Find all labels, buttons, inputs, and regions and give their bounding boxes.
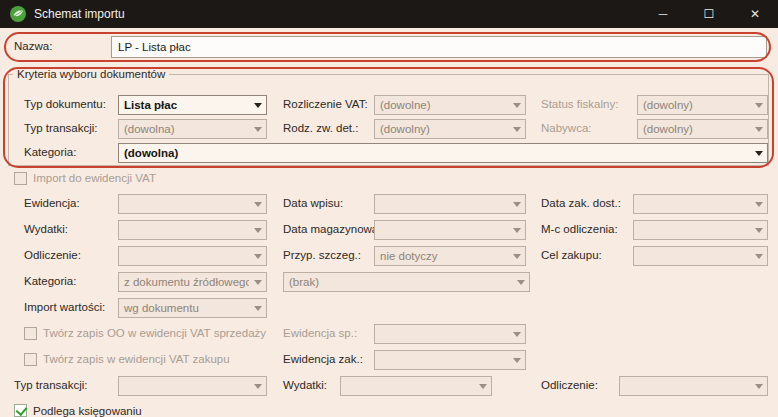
mc-odliczenia-select (633, 220, 768, 240)
podlega-ksiegowaniu-label: Podlega księgowaniu (33, 405, 142, 417)
cel-zakupu-select (633, 246, 768, 266)
ewidencja-zak-select (374, 350, 526, 370)
nabywca-label: Nabywca: (541, 122, 592, 134)
typ-transakcji-2-select (118, 376, 267, 396)
chevron-down-icon (474, 377, 491, 395)
kategoria-zrodlo-select: z dokumentu źródłowego (118, 272, 267, 292)
mc-odliczenia-label: M-c odliczenia: (541, 223, 618, 235)
tworz-zakup-checkbox (24, 353, 37, 366)
typ-dokumentu-label: Typ dokumentu: (24, 98, 106, 110)
chevron-down-icon (249, 120, 266, 138)
odliczenie-select (118, 246, 267, 266)
wydatki-2-select (340, 376, 492, 396)
chevron-down-icon (508, 221, 525, 239)
chevron-down-icon (750, 144, 767, 162)
close-button[interactable]: ✕ (732, 0, 778, 28)
window-title: Schemat importu (34, 7, 125, 21)
wydatki-select (118, 220, 267, 240)
chevron-down-icon (249, 247, 266, 265)
odliczenie-2-select (619, 376, 768, 396)
przyp-szczeg-label: Przyp. szczeg.: (283, 249, 361, 261)
przyp-szczeg-select: nie dotyczy (374, 246, 526, 266)
chevron-down-icon (249, 96, 266, 114)
status-fiskalny-select: (dowolny) (637, 95, 768, 115)
chevron-down-icon (508, 195, 525, 213)
import-vat-checkbox (14, 172, 27, 185)
status-fiskalny-label: Status fiskalny: (541, 98, 618, 110)
cel-zakupu-label: Cel zakupu: (541, 249, 602, 261)
data-zak-dost-select (633, 194, 768, 214)
typ-transakcji-select: (dowolna) (118, 119, 267, 139)
nazwa-label: Nazwa: (14, 40, 52, 52)
tworz-oo-checkbox (24, 327, 37, 340)
data-zak-dost-label: Data zak. dost.: (541, 197, 621, 209)
ewidencja-sp-label: Ewidencja sp.: (283, 327, 357, 339)
minimize-button[interactable]: ─ (640, 0, 686, 28)
window-controls: ─ ☐ ✕ (640, 0, 778, 28)
chevron-down-icon (508, 351, 525, 369)
chevron-down-icon (750, 377, 767, 395)
data-wpisu-select (374, 194, 526, 214)
data-magazynowa-select (374, 220, 526, 240)
odliczenie-label: Odliczenie: (24, 249, 81, 261)
titlebar: Schemat importu ─ ☐ ✕ (0, 0, 778, 28)
chevron-down-icon (508, 325, 525, 343)
podlega-ksiegowaniu-checkbox[interactable] (14, 404, 27, 417)
import-wartosci-select: wg dokumentu (118, 298, 267, 318)
rodz-zw-det-label: Rodz. zw. det.: (283, 122, 358, 134)
chevron-down-icon (508, 96, 525, 114)
tworz-zakup-label: Twórz zapis w ewidencji VAT zakupu (43, 353, 230, 365)
kategoria-label: Kategoria: (24, 146, 76, 158)
data-wpisu-label: Data wpisu: (283, 197, 343, 209)
rozliczenie-vat-label: Rozliczenie VAT: (283, 98, 368, 110)
chevron-down-icon (750, 120, 767, 138)
chevron-down-icon (750, 96, 767, 114)
tworz-oo-label: Twórz zapis OO w ewidencji VAT sprzedaży (43, 327, 266, 339)
kategoria-select[interactable]: (dowolna) (118, 143, 768, 163)
nabywca-select: (dowolny) (637, 119, 768, 139)
rozliczenie-vat-select: (dowolne) (374, 95, 526, 115)
chevron-down-icon (750, 247, 767, 265)
chevron-down-icon (750, 195, 767, 213)
chevron-down-icon (508, 247, 525, 265)
nazwa-input[interactable] (111, 36, 767, 58)
typ-transakcji-2-label: Typ transakcji: (14, 379, 88, 391)
kategoria-brak-select: (brak) (283, 272, 530, 292)
chevron-down-icon (249, 377, 266, 395)
chevron-down-icon (249, 273, 266, 291)
chevron-down-icon (508, 120, 525, 138)
import-vat-label: Import do ewidencji VAT (33, 172, 156, 184)
chevron-down-icon (512, 273, 529, 291)
chevron-down-icon (249, 299, 266, 317)
dialog-window: Schemat importu ─ ☐ ✕ Nazwa: Kryteria wy… (0, 0, 778, 417)
chevron-down-icon (750, 221, 767, 239)
import-wartosci-label: Import wartości: (24, 301, 105, 313)
app-icon (10, 6, 26, 22)
ewidencja-sp-select (374, 324, 526, 344)
odliczenie-2-label: Odliczenie: (541, 379, 598, 391)
chevron-down-icon (249, 195, 266, 213)
criteria-legend: Kryteria wyboru dokumentów (13, 68, 169, 80)
data-magazynowa-label: Data magazynowa: (283, 223, 381, 235)
wydatki-2-label: Wydatki: (283, 379, 327, 391)
ewidencja-select (118, 194, 267, 214)
ewidencja-label: Ewidencja: (24, 197, 80, 209)
typ-dokumentu-select[interactable]: Lista płac (118, 95, 267, 115)
dialog-body: Nazwa: Kryteria wyboru dokumentów Typ do… (0, 28, 778, 417)
typ-transakcji-label: Typ transakcji: (24, 122, 98, 134)
wydatki-label: Wydatki: (24, 223, 68, 235)
kategoria-vat-label: Kategoria: (24, 275, 76, 287)
maximize-button[interactable]: ☐ (686, 0, 732, 28)
chevron-down-icon (249, 221, 266, 239)
rodz-zw-det-select: (dowolny) (374, 119, 526, 139)
ewidencja-zak-label: Ewidencja zak.: (283, 353, 363, 365)
